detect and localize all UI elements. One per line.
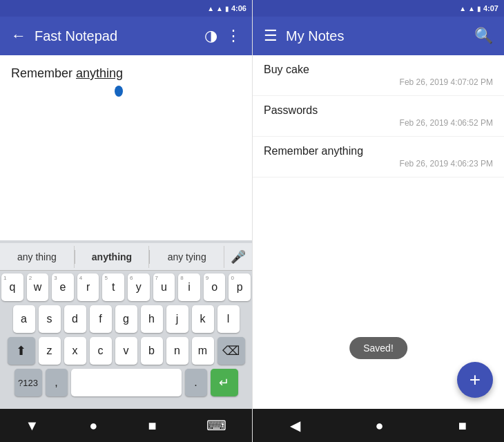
note-text-before: Remember <box>11 66 76 80</box>
note-item-2[interactable]: Passwords Feb 26, 2019 4:06:52 PM <box>253 96 504 137</box>
nav-keyboard-icon[interactable]: ⌨ <box>206 417 226 434</box>
key-p[interactable]: 0p <box>229 273 251 301</box>
right-nav-bar: ◀ ● ■ <box>253 409 504 442</box>
right-battery-icon: ▮ <box>477 5 481 12</box>
key-row-3: ⬆ z x c v b n m ⌫ <box>1 337 251 365</box>
right-nav-home-icon[interactable]: ● <box>375 418 383 434</box>
toast-message: Saved! <box>349 337 407 359</box>
key-d[interactable]: d <box>64 305 86 333</box>
key-k[interactable]: k <box>192 305 214 333</box>
keyboard: any thing anything any tying 🎤 1q 2w 3e … <box>0 240 252 409</box>
key-t[interactable]: 5t <box>102 273 124 301</box>
left-status-icons: ▲ ▲ ▮ 4:06 <box>207 4 246 12</box>
right-app-title: My Notes <box>286 28 466 44</box>
note-date-1: Feb 26, 2019 4:07:02 PM <box>264 77 493 87</box>
note-date-3: Feb 26, 2019 4:06:23 PM <box>264 159 493 169</box>
key-o[interactable]: 9o <box>204 273 226 301</box>
right-status-bar: ▲ ▲ ▮ 4:07 <box>253 0 504 17</box>
note-item-1[interactable]: Buy cake Feb 26, 2019 4:07:02 PM <box>253 55 504 96</box>
key-s[interactable]: s <box>39 305 61 333</box>
keyboard-suggestions: any thing anything any tying 🎤 <box>0 243 252 271</box>
keyboard-rows: 1q 2w 3e 4r 5t 6y 7u 8i 9o 0p a s d f g … <box>0 271 252 403</box>
shift-key[interactable]: ⬆ <box>8 337 35 365</box>
key-j[interactable]: j <box>166 305 188 333</box>
key-l[interactable]: l <box>217 305 240 333</box>
nav-home-icon[interactable]: ● <box>89 418 97 434</box>
key-v[interactable]: v <box>115 337 137 365</box>
right-nav-back-icon[interactable]: ◀ <box>290 417 300 434</box>
search-icon[interactable]: 🔍 <box>474 27 493 45</box>
key-g[interactable]: g <box>115 305 137 333</box>
key-y[interactable]: 6y <box>128 273 150 301</box>
key-h[interactable]: h <box>141 305 163 333</box>
key-c[interactable]: c <box>90 337 112 365</box>
mic-icon[interactable]: 🎤 <box>224 249 252 265</box>
suggestion-2[interactable]: anything <box>75 246 150 268</box>
note-date-2: Feb 26, 2019 4:06:52 PM <box>264 118 493 128</box>
text-cursor <box>115 86 123 97</box>
fab-button[interactable]: + <box>457 362 493 398</box>
note-item-3[interactable]: Remember anything Feb 26, 2019 4:06:23 P… <box>253 137 504 177</box>
note-editor[interactable]: Remember anything <box>0 55 252 240</box>
space-key[interactable] <box>71 369 182 396</box>
key-u[interactable]: 7u <box>153 273 175 301</box>
back-button[interactable]: ← <box>11 27 26 45</box>
key-z[interactable]: z <box>39 337 61 365</box>
left-status-bar: ▲ ▲ ▮ 4:06 <box>0 0 252 17</box>
left-app-title: Fast Notepad <box>35 28 196 44</box>
key-q[interactable]: 1q <box>1 273 23 301</box>
key-row-2: a s d f g h j k l <box>1 305 251 333</box>
battery-icon: ▮ <box>225 5 229 12</box>
left-panel: ▲ ▲ ▮ 4:06 ← Fast Notepad ◑ ⋮ Remember a… <box>0 0 252 442</box>
numbers-key[interactable]: ?123 <box>14 369 42 396</box>
contrast-icon[interactable]: ◑ <box>204 27 217 45</box>
key-m[interactable]: m <box>192 337 214 365</box>
note-title-1: Buy cake <box>264 64 493 76</box>
period-key[interactable]: . <box>185 369 207 396</box>
note-title-2: Passwords <box>264 104 493 117</box>
right-app-bar: ☰ My Notes 🔍 <box>253 17 504 55</box>
enter-key[interactable]: ↵ <box>211 369 238 396</box>
key-i[interactable]: 8i <box>178 273 200 301</box>
suggestion-3[interactable]: any tying <box>150 246 224 268</box>
nav-back-icon[interactable]: ▼ <box>26 418 39 434</box>
key-row-1: 1q 2w 3e 4r 5t 6y 7u 8i 9o 0p <box>1 273 251 301</box>
note-title-3: Remember anything <box>264 145 493 157</box>
key-r[interactable]: 4r <box>77 273 99 301</box>
right-wifi-icon: ▲ <box>459 5 466 12</box>
right-panel: ▲ ▲ ▮ 4:07 ☰ My Notes 🔍 Buy cake Feb 26,… <box>252 0 504 442</box>
left-time: 4:06 <box>231 4 246 12</box>
key-b[interactable]: b <box>141 337 163 365</box>
delete-key[interactable]: ⌫ <box>217 337 245 365</box>
nav-recents-icon[interactable]: ■ <box>148 418 156 434</box>
signal-icon: ▲ <box>216 5 223 12</box>
key-e[interactable]: 3e <box>52 273 74 301</box>
key-row-4: ?123 , . ↵ <box>1 369 251 396</box>
key-w[interactable]: 2w <box>27 273 49 301</box>
key-a[interactable]: a <box>13 305 35 333</box>
right-signal-icon: ▲ <box>468 5 475 12</box>
left-app-bar: ← Fast Notepad ◑ ⋮ <box>0 17 252 55</box>
wifi-icon: ▲ <box>207 5 214 12</box>
note-text: Remember anything <box>11 66 123 80</box>
key-n[interactable]: n <box>166 337 188 365</box>
key-f[interactable]: f <box>90 305 112 333</box>
right-nav-recents-icon[interactable]: ■ <box>458 418 467 434</box>
menu-icon[interactable]: ☰ <box>264 27 278 45</box>
note-text-underlined: anything <box>76 66 123 80</box>
left-nav-bar: ▼ ● ■ ⌨ <box>0 409 252 442</box>
right-status-icons: ▲ ▲ ▮ 4:07 <box>459 4 498 12</box>
comma-key[interactable]: , <box>46 369 68 396</box>
suggestion-1[interactable]: any thing <box>0 246 75 268</box>
more-icon[interactable]: ⋮ <box>226 27 241 45</box>
key-x[interactable]: x <box>64 337 86 365</box>
right-time: 4:07 <box>483 4 498 12</box>
